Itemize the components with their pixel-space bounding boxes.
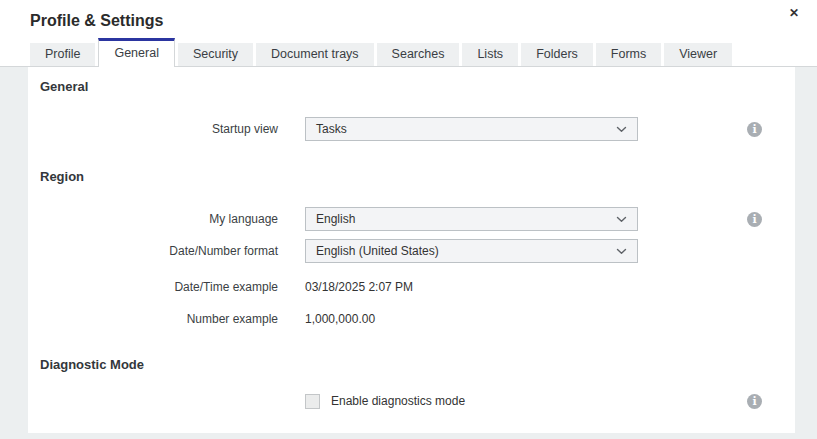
section-heading-region: Region (40, 169, 795, 185)
date-number-format-label: Date/Number format (40, 244, 278, 258)
section-heading-general: General (40, 79, 795, 95)
dialog-title: Profile & Settings (30, 0, 163, 42)
tab-searches[interactable]: Searches (377, 43, 460, 66)
tab-bar: Profile General Security Document trays … (0, 40, 817, 67)
close-icon[interactable]: ✕ (785, 4, 803, 22)
enable-diagnostics-checkbox[interactable] (305, 394, 320, 409)
number-example-row: Number example 1,000,000.00 (40, 311, 795, 327)
tab-forms[interactable]: Forms (596, 43, 661, 66)
date-time-example-row: Date/Time example 03/18/2025 2:07 PM (40, 279, 795, 295)
date-number-format-select[interactable]: English (United States) (305, 239, 638, 263)
chevron-down-icon (616, 126, 627, 133)
info-icon[interactable]: i (747, 122, 762, 137)
date-number-format-value: English (United States) (316, 244, 616, 258)
startup-view-select[interactable]: Tasks (305, 117, 638, 141)
my-language-row: My language English i (40, 207, 795, 231)
info-icon[interactable]: i (747, 212, 762, 227)
general-tab-panel: General Startup view Tasks i Region My l… (28, 67, 795, 433)
enable-diagnostics-label: Enable diagnostics mode (331, 394, 465, 408)
tab-document-trays[interactable]: Document trays (256, 43, 374, 66)
profile-settings-dialog: Profile & Settings ✕ Profile General Sec… (0, 0, 817, 439)
section-heading-diagnostic-mode: Diagnostic Mode (40, 357, 795, 373)
my-language-value: English (316, 212, 616, 226)
info-icon[interactable]: i (747, 394, 762, 409)
dialog-header: Profile & Settings ✕ (0, 0, 817, 40)
tab-folders[interactable]: Folders (521, 43, 593, 66)
date-time-example-label: Date/Time example (40, 280, 278, 294)
number-example-value: 1,000,000.00 (305, 312, 375, 326)
tab-content-background: General Startup view Tasks i Region My l… (0, 67, 817, 439)
my-language-select[interactable]: English (305, 207, 638, 231)
tab-general[interactable]: General (98, 38, 174, 67)
chevron-down-icon (616, 248, 627, 255)
date-time-example-value: 03/18/2025 2:07 PM (305, 280, 413, 294)
startup-view-label: Startup view (40, 122, 278, 136)
tab-viewer[interactable]: Viewer (664, 43, 732, 66)
tab-lists[interactable]: Lists (462, 43, 518, 66)
date-number-format-row: Date/Number format English (United State… (40, 239, 795, 263)
number-example-label: Number example (40, 312, 278, 326)
tab-profile[interactable]: Profile (30, 43, 95, 66)
my-language-label: My language (40, 212, 278, 226)
chevron-down-icon (616, 216, 627, 223)
tab-security[interactable]: Security (178, 43, 253, 66)
startup-view-value: Tasks (316, 122, 616, 136)
startup-view-row: Startup view Tasks i (40, 117, 795, 141)
enable-diagnostics-row: Enable diagnostics mode i (40, 393, 795, 409)
